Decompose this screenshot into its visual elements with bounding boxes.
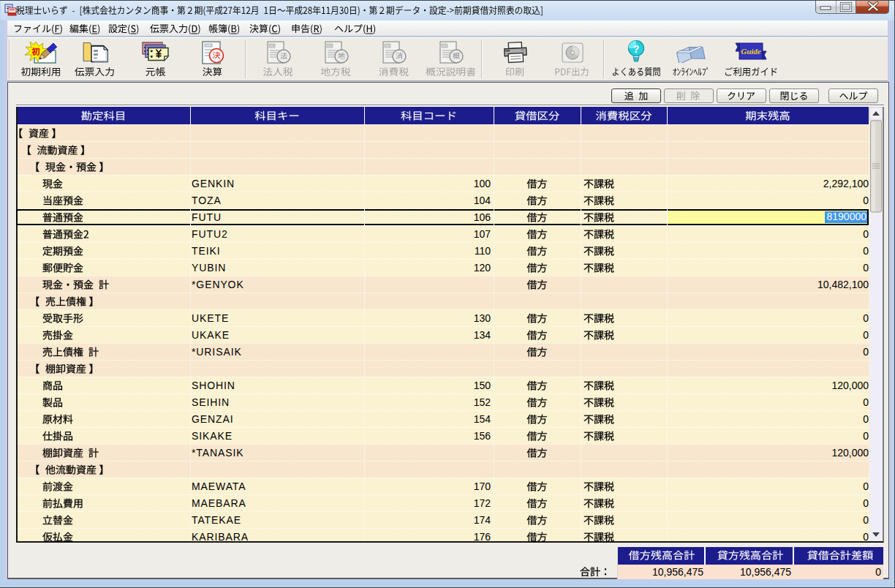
svg-text:?: ? xyxy=(633,43,640,55)
svg-text:Guide: Guide xyxy=(741,47,761,56)
